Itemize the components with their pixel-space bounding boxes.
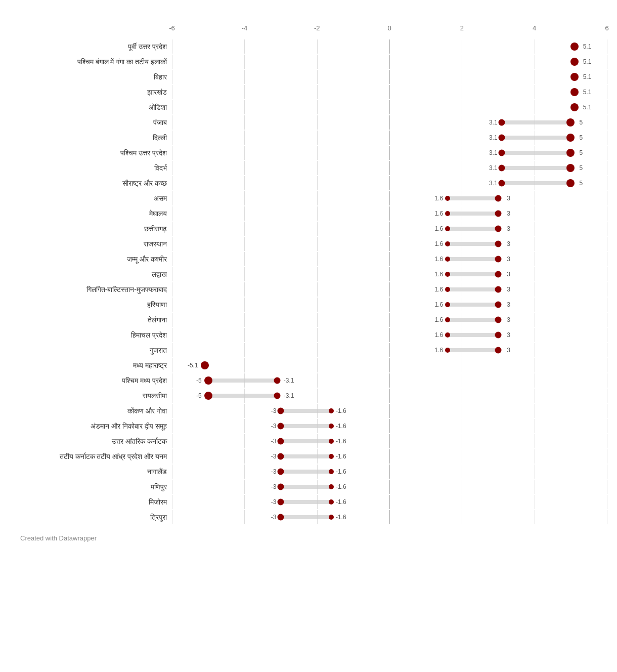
grid-line [607, 510, 607, 524]
row-label: ओडिशा [10, 103, 172, 112]
value-label-left: 3.1 [489, 119, 498, 126]
data-row: उत्तर आंतरिक कर्नाटक-3-1.6 [10, 434, 607, 448]
dot-area: 1.63 [172, 313, 607, 327]
grid-line [244, 176, 245, 190]
dot-right [274, 377, 280, 384]
zero-line [389, 434, 390, 448]
value-label: 5.1 [583, 104, 592, 111]
grid-line [172, 465, 172, 479]
dot-area: -5-3.1 [172, 389, 607, 403]
data-row: कोंकण और गोवा-3-1.6 [10, 404, 607, 418]
range-bar [502, 136, 570, 140]
grid-line [462, 176, 462, 190]
row-label: हिमाचल प्रदेश [10, 331, 172, 340]
zero-line [389, 252, 390, 266]
rows-container: पूर्वी उत्तर प्रदेश5.1पश्चिम बंगाल में ग… [10, 39, 607, 524]
zero-line [389, 100, 390, 114]
grid-line [317, 191, 318, 205]
data-row: छत्तीसगढ़1.63 [10, 222, 607, 236]
dot-left [499, 135, 505, 141]
grid-line [172, 449, 172, 464]
data-row: पश्चिम बंगाल में गंगा का तटीय इलाकों5.1 [10, 55, 607, 69]
value-label-right: 3 [507, 286, 510, 293]
dot-left [445, 211, 450, 216]
dot-single [570, 73, 579, 81]
grid-line [607, 358, 607, 372]
zero-line [389, 85, 390, 99]
data-row: बिहार5.1 [10, 70, 607, 84]
dot-left [204, 392, 212, 400]
dot-left [499, 180, 505, 187]
value-label-right: 5 [580, 134, 583, 141]
dot-right [495, 195, 502, 202]
dot-left [445, 317, 450, 322]
grid-line [535, 313, 535, 327]
dot-right [495, 271, 502, 278]
value-label-right: -1.6 [336, 407, 346, 414]
row-label: झारखंड [10, 88, 172, 97]
row-label: पश्चिम मध्य प्रदेश [10, 376, 172, 385]
dot-left [278, 514, 284, 521]
dot-area: 3.15 [172, 161, 607, 175]
grid-line [607, 161, 607, 175]
dot-area: 1.63 [172, 222, 607, 236]
grid-line [607, 282, 607, 297]
dot-right [566, 134, 575, 142]
dot-right [566, 164, 575, 172]
dot-left [445, 257, 450, 262]
dot-left [445, 302, 450, 307]
value-label-right: 5 [580, 180, 583, 187]
zero-line [389, 70, 390, 84]
grid-line [462, 161, 462, 175]
axis-tick-2: 2 [460, 24, 464, 32]
row-label: कोंकण और गोवा [10, 407, 172, 415]
value-label-right: 3 [507, 301, 510, 308]
value-label-right: 3 [507, 271, 510, 278]
dot-left [445, 226, 450, 231]
row-label: विदर्भ [10, 164, 172, 173]
data-row: पंजाब3.15 [10, 115, 607, 130]
chart-footer: Created with Datawrapper [10, 534, 607, 542]
dot-area: 5.1 [172, 70, 607, 84]
row-label: हरियाणा [10, 301, 172, 309]
grid-line [172, 237, 172, 251]
grid-line [607, 449, 607, 464]
grid-line [172, 55, 172, 69]
range-bar [502, 166, 570, 170]
row-label: मध्य महाराष्ट्र [10, 361, 172, 370]
data-row: गुजरात1.63 [10, 343, 607, 357]
grid-line [244, 328, 245, 342]
row-label: मणिपुर [10, 483, 172, 491]
axis-tick--6: -6 [169, 24, 175, 32]
grid-line [244, 298, 245, 312]
grid-line [244, 449, 245, 464]
dot-right [329, 408, 334, 413]
data-row: तेलंगाना1.63 [10, 313, 607, 327]
grid-line [462, 465, 462, 479]
data-row: राजस्थान1.63 [10, 237, 607, 251]
grid-line [607, 343, 607, 357]
value-label-right: -3.1 [284, 392, 294, 399]
grid-line [172, 252, 172, 266]
value-label-right: 5 [580, 164, 583, 172]
grid-line [462, 100, 462, 114]
range-bar [281, 470, 331, 474]
zero-line [389, 404, 390, 418]
grid-line [317, 146, 318, 160]
grid-line [535, 206, 535, 221]
range-bar [502, 151, 570, 155]
grid-line [172, 267, 172, 281]
dot-area: 1.63 [172, 328, 607, 342]
value-label-right: 5 [580, 149, 583, 156]
value-label-right: -1.6 [336, 498, 346, 506]
dot-right [495, 256, 502, 263]
grid-line [607, 404, 607, 418]
dot-right [274, 393, 280, 399]
range-bar [448, 272, 498, 276]
dot-right [329, 454, 334, 459]
value-label-left: -3 [271, 498, 277, 506]
grid-line [172, 389, 172, 403]
row-label: अंडमान और निकोबार द्वीप समूह [10, 422, 172, 431]
grid-line [172, 373, 172, 388]
grid-line [535, 434, 535, 448]
